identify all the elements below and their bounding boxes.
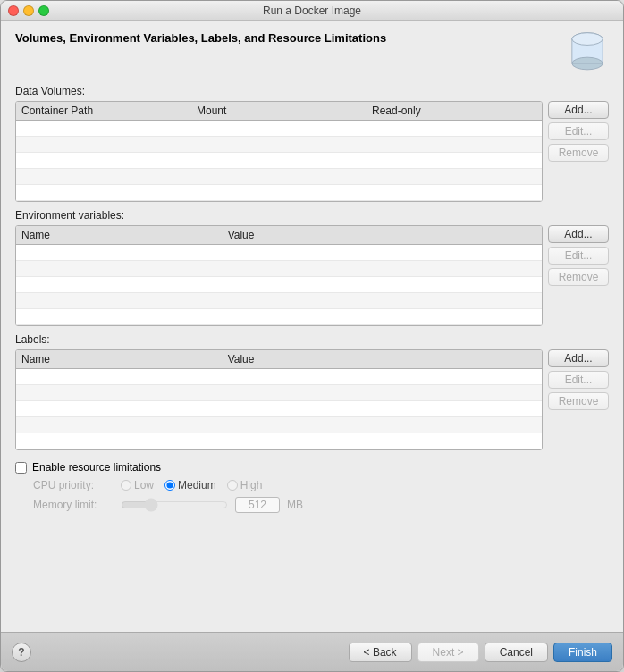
window-title: Run a Docker Image bbox=[263, 4, 361, 17]
cpu-high-item: High bbox=[227, 479, 263, 491]
labels-container: Name Value bbox=[15, 349, 609, 450]
enable-resource-checkbox[interactable] bbox=[15, 462, 27, 474]
enable-resource-row: Enable resource limitations bbox=[15, 461, 609, 474]
finish-button[interactable]: Finish bbox=[553, 643, 612, 662]
close-button[interactable] bbox=[8, 5, 19, 16]
cpu-medium-radio[interactable] bbox=[164, 480, 175, 491]
data-volumes-buttons: Add... Edit... Remove bbox=[548, 101, 609, 202]
col-label-value: Value bbox=[223, 350, 531, 369]
labels-section: Labels: Name Value bbox=[15, 333, 609, 450]
col-env-name: Name bbox=[16, 226, 223, 245]
table-row bbox=[16, 309, 542, 325]
window-controls bbox=[8, 5, 49, 16]
memory-limit-label: Memory limit: bbox=[33, 499, 114, 511]
cpu-low-item: Low bbox=[121, 479, 154, 491]
help-button[interactable]: ? bbox=[12, 643, 31, 662]
title-bar: Run a Docker Image bbox=[1, 1, 623, 21]
table-row bbox=[16, 137, 542, 153]
table-row bbox=[16, 277, 542, 293]
page-header: Volumes, Environment Variables, Labels, … bbox=[15, 31, 609, 74]
memory-unit: MB bbox=[287, 499, 303, 511]
memory-slider-container: 512 MB bbox=[121, 497, 303, 513]
cpu-priority-row: CPU priority: Low Medium High bbox=[15, 479, 609, 491]
col-env-value: Value bbox=[223, 226, 531, 245]
col-readonly: Read-only bbox=[367, 102, 542, 121]
cpu-medium-item: Medium bbox=[164, 479, 216, 491]
cpu-high-radio[interactable] bbox=[227, 480, 238, 491]
table-row bbox=[16, 293, 542, 309]
data-volumes-section: Data Volumes: Container Path Mount Read-… bbox=[15, 85, 609, 202]
env-remove-button[interactable]: Remove bbox=[548, 268, 609, 286]
table-row bbox=[16, 245, 542, 261]
resource-section: Enable resource limitations CPU priority… bbox=[15, 461, 609, 513]
data-volumes-label: Data Volumes: bbox=[15, 85, 609, 97]
enable-resource-label: Enable resource limitations bbox=[32, 461, 161, 474]
svg-point-4 bbox=[572, 33, 603, 46]
minimize-button[interactable] bbox=[23, 5, 34, 16]
labels-table: Name Value bbox=[16, 350, 542, 449]
next-button[interactable]: Next > bbox=[417, 643, 479, 662]
col-mount: Mount bbox=[191, 102, 367, 121]
cpu-low-label: Low bbox=[134, 479, 154, 491]
cpu-medium-label: Medium bbox=[178, 479, 216, 491]
volumes-add-button[interactable]: Add... bbox=[548, 101, 609, 119]
env-variables-label: Environment variables: bbox=[15, 209, 609, 222]
env-add-button[interactable]: Add... bbox=[548, 225, 609, 243]
labels-remove-button[interactable]: Remove bbox=[548, 392, 609, 410]
cpu-radio-group: Low Medium High bbox=[121, 479, 262, 491]
table-row bbox=[16, 385, 542, 401]
table-row bbox=[16, 169, 542, 185]
table-row bbox=[16, 369, 542, 385]
data-volumes-container: Container Path Mount Read-only bbox=[15, 101, 609, 202]
table-row bbox=[16, 417, 542, 433]
table-row bbox=[16, 261, 542, 277]
data-volumes-table: Container Path Mount Read-only bbox=[16, 102, 542, 201]
labels-label: Labels: bbox=[15, 333, 609, 346]
env-variables-table: Name Value bbox=[16, 226, 542, 325]
memory-input[interactable]: 512 bbox=[235, 497, 280, 513]
cpu-high-label: High bbox=[240, 479, 263, 491]
col-container-path: Container Path bbox=[16, 102, 191, 121]
cpu-priority-label: CPU priority: bbox=[33, 479, 114, 491]
cpu-low-radio[interactable] bbox=[121, 480, 131, 491]
labels-table-wrapper: Name Value bbox=[15, 349, 543, 450]
labels-edit-button[interactable]: Edit... bbox=[548, 371, 609, 389]
table-row bbox=[16, 185, 542, 201]
cancel-button[interactable]: Cancel bbox=[485, 643, 548, 662]
maximize-button[interactable] bbox=[38, 5, 49, 16]
labels-buttons: Add... Edit... Remove bbox=[548, 349, 609, 450]
data-volumes-table-wrapper: Container Path Mount Read-only bbox=[15, 101, 543, 202]
volumes-edit-button[interactable]: Edit... bbox=[548, 122, 609, 140]
table-row bbox=[16, 121, 542, 137]
volumes-remove-button[interactable]: Remove bbox=[548, 144, 609, 162]
env-variables-container: Name Value bbox=[15, 225, 609, 326]
table-row bbox=[16, 153, 542, 169]
bottom-bar: ? < Back Next > Cancel Finish bbox=[1, 632, 623, 671]
col-label-name: Name bbox=[16, 350, 223, 369]
main-window: Run a Docker Image Volumes, Environment … bbox=[0, 0, 624, 672]
env-variables-buttons: Add... Edit... Remove bbox=[548, 225, 609, 326]
env-edit-button[interactable]: Edit... bbox=[548, 247, 609, 265]
env-variables-table-wrapper: Name Value bbox=[15, 225, 543, 326]
back-button[interactable]: < Back bbox=[349, 643, 412, 662]
nav-buttons: < Back Next > Cancel Finish bbox=[349, 643, 612, 662]
memory-slider[interactable] bbox=[121, 499, 228, 511]
table-row bbox=[16, 401, 542, 417]
memory-limit-row: Memory limit: 512 MB bbox=[15, 497, 609, 513]
env-variables-section: Environment variables: Name Value bbox=[15, 209, 609, 326]
table-row bbox=[16, 433, 542, 449]
main-content: Volumes, Environment Variables, Labels, … bbox=[1, 21, 623, 632]
labels-add-button[interactable]: Add... bbox=[548, 349, 609, 367]
docker-icon bbox=[566, 31, 609, 74]
page-title: Volumes, Environment Variables, Labels, … bbox=[15, 31, 386, 45]
